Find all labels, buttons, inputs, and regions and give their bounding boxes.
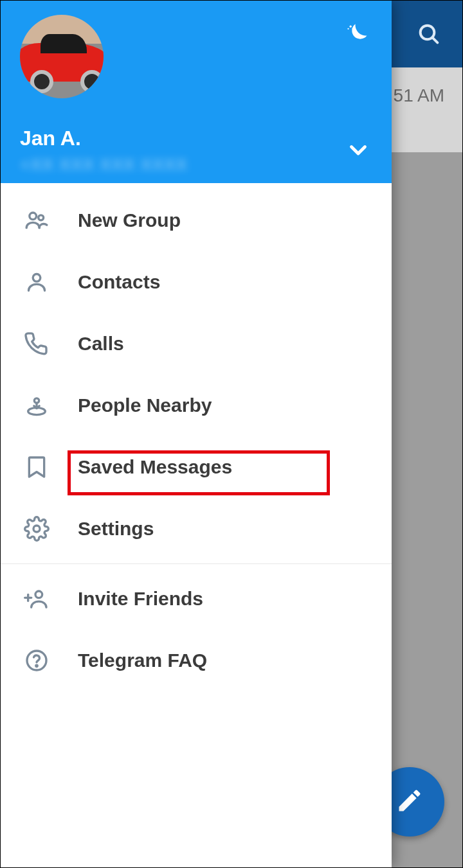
pencil-icon xyxy=(395,786,424,817)
avatar[interactable] xyxy=(20,15,104,98)
moon-icon xyxy=(342,21,370,51)
menu-label: Saved Messages xyxy=(78,456,232,478)
svg-point-5 xyxy=(30,213,37,220)
svg-point-10 xyxy=(33,526,40,532)
menu-item-people-nearby[interactable]: People Nearby xyxy=(1,375,392,436)
invite-icon xyxy=(21,583,52,614)
svg-point-3 xyxy=(347,28,349,30)
menu-label: People Nearby xyxy=(78,394,212,416)
svg-point-11 xyxy=(35,591,42,598)
gear-icon xyxy=(21,513,52,544)
app-root: :51 AM Jan A. +XX XXX XXX XXXX xyxy=(0,0,463,868)
phone-icon xyxy=(21,328,52,359)
menu-label: Contacts xyxy=(78,271,160,293)
svg-point-15 xyxy=(36,665,37,666)
profile-name: Jan A. xyxy=(20,127,81,150)
search-icon[interactable] xyxy=(416,21,442,47)
svg-point-4 xyxy=(352,28,353,30)
drawer-header: Jan A. +XX XXX XXX XXXX xyxy=(1,1,392,183)
chevron-down-icon xyxy=(347,138,370,164)
people-nearby-icon xyxy=(21,390,52,421)
navigation-drawer: Jan A. +XX XXX XXX XXXX New Group Contac… xyxy=(1,1,392,867)
night-mode-toggle[interactable] xyxy=(340,20,372,52)
help-icon xyxy=(21,645,52,676)
profile-phone: +XX XXX XXX XXXX xyxy=(20,155,188,175)
menu-label: Telegram FAQ xyxy=(78,650,207,671)
account-switcher[interactable] xyxy=(344,137,372,165)
svg-point-7 xyxy=(33,274,41,282)
menu-divider xyxy=(1,563,392,564)
svg-point-6 xyxy=(39,215,44,220)
group-icon xyxy=(21,205,52,236)
chat-time: :51 AM xyxy=(388,85,444,106)
menu-label: Invite Friends xyxy=(78,588,203,610)
menu-item-calls[interactable]: Calls xyxy=(1,313,392,375)
drawer-menu: New Group Contacts Calls People Nearby xyxy=(1,183,392,867)
svg-line-1 xyxy=(432,37,437,42)
svg-point-9 xyxy=(28,408,46,415)
person-icon xyxy=(21,267,52,297)
menu-item-new-group[interactable]: New Group xyxy=(1,190,392,251)
menu-item-invite-friends[interactable]: Invite Friends xyxy=(1,568,392,630)
svg-point-2 xyxy=(350,26,352,28)
bookmark-icon xyxy=(21,452,52,483)
menu-item-settings[interactable]: Settings xyxy=(1,498,392,560)
menu-label: New Group xyxy=(78,209,181,231)
menu-item-contacts[interactable]: Contacts xyxy=(1,251,392,313)
menu-label: Settings xyxy=(78,518,154,540)
menu-label: Calls xyxy=(78,333,124,355)
menu-item-saved-messages[interactable]: Saved Messages xyxy=(1,436,392,498)
menu-item-faq[interactable]: Telegram FAQ xyxy=(1,630,392,691)
